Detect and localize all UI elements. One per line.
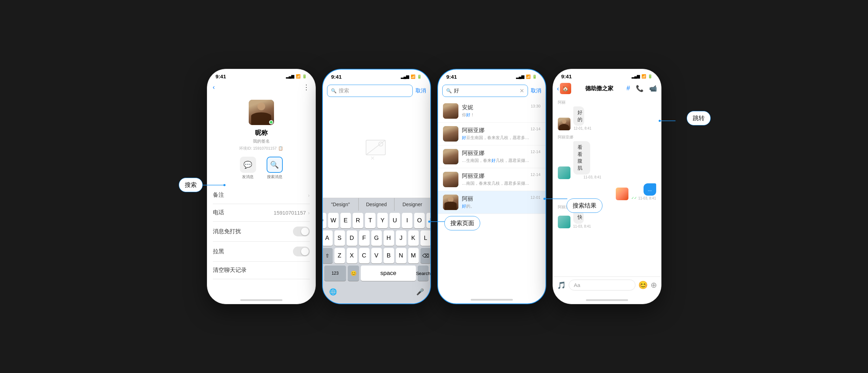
phone-icon[interactable]: 📞 [636,85,644,92]
suggestion-2[interactable]: Designed [359,198,394,211]
key-y[interactable]: Y [377,213,388,228]
result-item-5[interactable]: 阿丽 好的。 12-01 [438,191,546,214]
result-item-4[interactable]: 阿丽亚娜 …南国，春来发几枝，愿君多采撷，此物最好思. 12-14 [438,168,546,191]
status-icons-3: ▂▄▆ 📶 🔋 [516,74,537,79]
key-o[interactable]: O [414,213,425,228]
battery-icon-3: 🔋 [532,74,537,79]
key-s[interactable]: S [334,230,345,246]
send-message-button[interactable]: 💬 发消息 [240,157,256,179]
detail-item-dnd[interactable]: 消息免打扰 [213,222,310,242]
key-k[interactable]: K [408,230,419,246]
detail-item-note[interactable]: 备注 › [213,186,310,204]
key-z[interactable]: Z [334,248,345,263]
dnd-label: 消息免打扰 [213,228,241,235]
status-icons-2: ▂▄▆ 📶 🔋 [401,74,422,79]
key-c[interactable]: C [359,248,370,263]
block-toggle[interactable] [293,247,310,256]
key-h[interactable]: H [384,230,394,246]
key-shift[interactable]: ⇧ [322,248,333,263]
plus-button[interactable]: ⊕ [651,281,657,290]
key-search[interactable]: Search [418,266,429,281]
key-g[interactable]: G [371,230,382,246]
key-n[interactable]: N [396,248,406,263]
key-x[interactable]: X [347,248,357,263]
search-annotation: 搜索 [179,178,203,192]
key-row-1: Q W E R T Y U I O P [324,213,429,228]
mic-button[interactable]: 🎵 [557,281,566,289]
cancel-button-3[interactable]: 取消 [531,87,541,94]
svg-text:✕: ✕ [370,155,374,161]
key-m[interactable]: M [408,248,419,263]
search-input[interactable]: 🔍 搜索 [327,85,413,97]
video-icon[interactable]: 📹 [649,85,657,92]
result-item-1[interactable]: 安妮 你好！ 13:30 [438,100,546,123]
chevron-icon: › [308,192,310,198]
back-button-1[interactable]: ‹ [213,84,215,91]
mic-key[interactable]: 🎤 [413,284,428,299]
send-message-label: 发消息 [242,174,254,179]
result-item-2[interactable]: 阿丽亚娜 好豆生南国，春来发几枝，愿君多采撷，此物... 12-14 [438,123,546,145]
msg-row-2: 看看腹肌 11-03, 8:41 [558,141,656,179]
detail-item-clear[interactable]: 清空聊天记录 [213,262,310,279]
detail-item-block[interactable]: 拉黑 [213,242,310,262]
block-label: 拉黑 [213,248,224,255]
key-t[interactable]: T [365,213,376,228]
key-i[interactable]: I [402,213,412,228]
key-emoji[interactable]: 😊 [348,266,359,281]
key-u[interactable]: U [390,213,400,228]
clear-button[interactable]: ✕ [520,87,524,94]
msg-content-2: 看看腹肌 11-03, 8:41 [573,141,601,179]
msg-group-1: 阿丽 好的 12-01, 8:41 [558,100,656,130]
detail-item-phone[interactable]: 电话 15910701157 › [213,204,310,222]
more-button-1[interactable]: ⋮ [303,83,310,91]
jump-annotation: 跳转 [687,111,711,125]
key-j[interactable]: J [396,230,406,246]
key-f[interactable]: F [359,230,370,246]
key-backspace[interactable]: ⌫ [420,248,431,263]
hashtag-icon[interactable]: # [626,85,630,92]
chat-text-input[interactable]: Aa [569,280,635,290]
search-message-button[interactable]: 🔍 搜索消息 [267,157,283,179]
key-l[interactable]: L [420,230,431,246]
search-bar-container: 🔍 搜索 取消 [323,82,430,100]
key-123[interactable]: 123 [324,266,346,281]
home-indicator-3 [438,293,546,303]
result-item-3[interactable]: 阿丽亚娜 …生南国，春来好几枝，愿君采撷，此物最相... 12-14 [438,145,546,168]
emoji-button[interactable]: 😊 [638,281,648,290]
key-q[interactable]: Q [322,213,327,228]
key-space[interactable]: space [361,266,416,281]
chat-back-button[interactable]: ‹ 🏠 [557,83,573,94]
key-b[interactable]: B [384,248,394,263]
suggestion-3[interactable]: Designer [394,198,430,211]
search-cancel-button[interactable]: 取消 [416,87,426,94]
result-avatar-2 [443,126,458,142]
result-avatar-1 [443,103,458,119]
msg-group-2: 阿丽亚娜 看看腹肌 11-03, 8:41 [558,135,656,179]
status-bar-2: 9:41 ▂▄▆ 📶 🔋 [323,70,430,82]
result-name-3: 阿丽亚娜 [462,150,531,157]
key-v[interactable]: V [371,248,382,263]
search-message-label: 搜索消息 [267,174,282,179]
search-active-input[interactable]: 🔍 好 ✕ [442,85,528,97]
key-e[interactable]: E [340,213,351,228]
search-message-icon: 🔍 [267,157,283,173]
online-indicator [269,120,273,124]
key-r[interactable]: R [353,213,363,228]
result-time-1: 13:30 [531,104,541,108]
phone1-contact-detail: 9:41 ▂▄▆ 📶 🔋 ‹ ⋮ [207,69,316,304]
suggestion-1[interactable]: "Design" [323,198,359,211]
globe-key[interactable]: 🌐 [326,284,340,299]
result-info-4: 阿丽亚娜 …南国，春来发几枝，愿君多采撷，此物最好思. [462,172,531,186]
search-bar-active: 🔍 好 ✕ 取消 [438,82,546,100]
status-time-2: 9:41 [331,74,342,80]
wifi-icon-4: 📶 [641,74,646,79]
result-time-4: 12-14 [530,172,540,177]
dnd-toggle[interactable] [293,227,310,236]
key-a[interactable]: A [322,230,333,246]
key-d[interactable]: D [347,230,357,246]
msg-avatar-2 [558,166,570,179]
key-p[interactable]: P [426,213,431,228]
key-w[interactable]: W [328,213,339,228]
msg-time-3: 11-03, 8:41 [638,196,656,200]
status-time-3: 9:41 [446,74,457,80]
